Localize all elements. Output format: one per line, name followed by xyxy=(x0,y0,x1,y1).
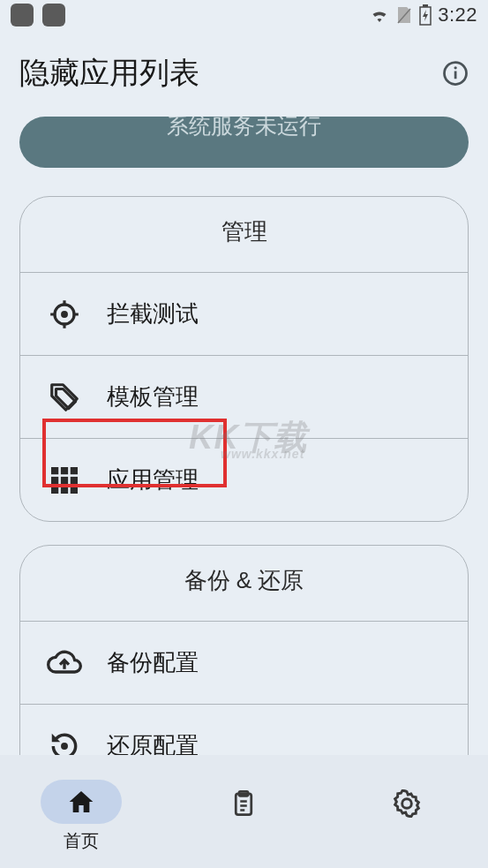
svg-rect-7 xyxy=(51,467,58,474)
recent-app-icon xyxy=(11,4,34,26)
gear-icon xyxy=(393,789,421,818)
page-title: 隐藏应用列表 xyxy=(19,53,199,94)
status-left xyxy=(11,4,65,26)
app-bar: 隐藏应用列表 xyxy=(0,30,488,117)
nav-home[interactable]: 首页 xyxy=(41,780,122,853)
wifi-icon xyxy=(369,6,390,24)
row-backup-config[interactable]: 备份配置 xyxy=(20,621,468,704)
clipboard-icon xyxy=(230,789,257,819)
manage-card: 管理 拦截测试 模板管理 应用管理 xyxy=(19,196,469,522)
clock: 3:22 xyxy=(438,4,477,26)
svg-rect-13 xyxy=(51,486,58,493)
svg-rect-15 xyxy=(71,486,78,493)
row-label: 备份配置 xyxy=(107,647,199,678)
manage-card-title: 管理 xyxy=(20,197,468,272)
cloud-upload-icon xyxy=(47,645,82,681)
crosshair-icon xyxy=(47,297,82,332)
nav-settings[interactable] xyxy=(366,781,447,851)
backup-card-title: 备份 & 还原 xyxy=(20,546,468,621)
row-label: 拦截测试 xyxy=(107,298,199,329)
info-button[interactable] xyxy=(442,60,469,87)
no-sim-icon xyxy=(395,5,413,25)
status-bar: 3:22 xyxy=(0,0,488,30)
svg-rect-10 xyxy=(51,476,58,483)
service-status-banner[interactable]: 系统服务未运行 xyxy=(19,117,469,168)
grid-icon xyxy=(47,463,82,498)
row-app-manage[interactable]: 应用管理 xyxy=(20,438,468,521)
svg-rect-3 xyxy=(454,72,457,79)
backup-card: 备份 & 还原 备份配置 还原配置 xyxy=(19,545,469,788)
svg-point-6 xyxy=(61,311,68,318)
status-right: 3:22 xyxy=(369,4,477,26)
row-label: 应用管理 xyxy=(107,464,199,495)
svg-rect-14 xyxy=(61,486,68,493)
recent-app-icon xyxy=(42,4,65,26)
svg-rect-8 xyxy=(61,467,68,474)
svg-rect-12 xyxy=(71,476,78,483)
row-intercept-test[interactable]: 拦截测试 xyxy=(20,272,468,355)
tag-icon xyxy=(47,380,82,415)
svg-rect-9 xyxy=(71,467,78,474)
svg-rect-11 xyxy=(61,476,68,483)
content: 系统服务未运行 管理 拦截测试 模板管理 应用管理 备份 & 还原 xyxy=(0,117,488,788)
nav-logs[interactable] xyxy=(203,781,284,851)
nav-settings-label xyxy=(404,831,409,851)
svg-rect-1 xyxy=(423,4,428,7)
banner-text: 系统服务未运行 xyxy=(167,117,321,140)
nav-home-label: 首页 xyxy=(64,829,99,853)
svg-point-4 xyxy=(454,66,457,69)
bottom-nav: 首页 xyxy=(0,755,488,868)
svg-point-16 xyxy=(61,743,68,750)
battery-charging-icon xyxy=(418,4,432,26)
row-template-manage[interactable]: 模板管理 xyxy=(20,355,468,438)
nav-logs-label xyxy=(242,831,247,851)
home-icon xyxy=(67,788,95,816)
info-icon xyxy=(442,60,469,87)
row-label: 模板管理 xyxy=(107,381,199,412)
